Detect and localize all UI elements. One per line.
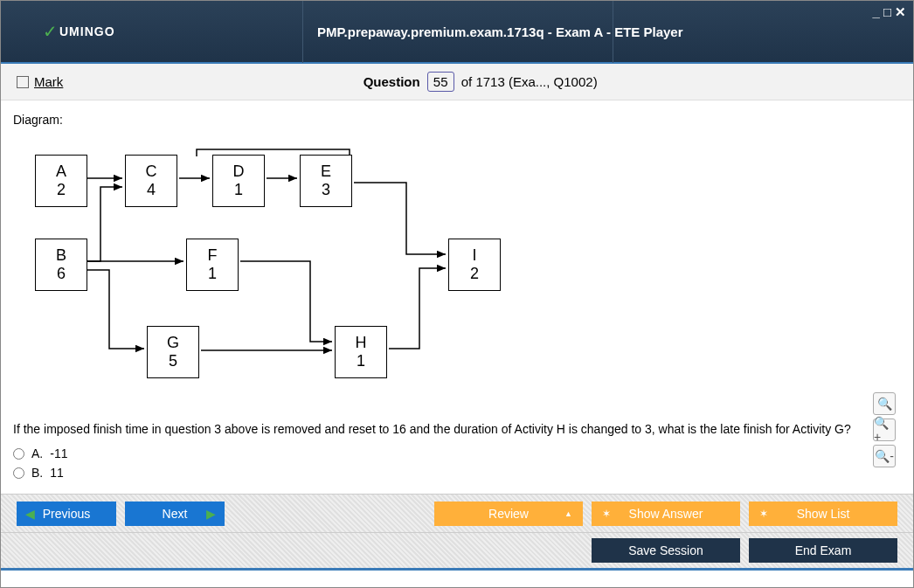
review-button[interactable]: Review▲ bbox=[434, 502, 583, 526]
content-area: Diagram: A2 C4 D1 E3 B6 F1 I2 G5 H1 If t… bbox=[1, 100, 913, 494]
magnify-icon[interactable]: 🔍 bbox=[873, 392, 896, 415]
question-word: Question bbox=[364, 74, 420, 89]
zoom-tools: 🔍 🔍+ 🔍- bbox=[873, 392, 896, 467]
window-title: PMP.prepaway.premium.exam.1713q - Exam A… bbox=[317, 24, 683, 39]
titlebar-divider bbox=[302, 0, 303, 63]
diagram-label: Diagram: bbox=[13, 113, 901, 127]
option-b[interactable]: B. 11 bbox=[13, 466, 901, 480]
option-b-text: 11 bbox=[50, 466, 64, 480]
node-c: C4 bbox=[125, 155, 177, 207]
next-button[interactable]: Next▶ bbox=[125, 502, 225, 526]
chevron-left-icon: ◀ bbox=[25, 507, 35, 521]
check-icon: ✓ bbox=[43, 21, 58, 42]
zoom-in-icon[interactable]: 🔍+ bbox=[873, 419, 896, 441]
maximize-icon[interactable]: □ bbox=[883, 4, 891, 20]
node-e: E3 bbox=[300, 155, 352, 207]
node-g: G5 bbox=[147, 326, 199, 378]
node-a: A2 bbox=[35, 155, 87, 207]
brand-text: UMINGO bbox=[59, 24, 115, 38]
end-bar: Save Session End Exam bbox=[1, 532, 913, 571]
option-b-letter: B. bbox=[31, 466, 43, 480]
question-indicator: Question 55 of 1713 (Exa..., Q1002) bbox=[63, 74, 897, 89]
option-a-text: -11 bbox=[50, 446, 67, 460]
option-b-radio[interactable] bbox=[13, 467, 24, 479]
node-h: H1 bbox=[335, 326, 387, 378]
window-controls: _ □ ✕ bbox=[873, 4, 906, 20]
chevron-right-icon: ▶ bbox=[206, 507, 216, 521]
titlebar: ✓ UMINGO PMP.prepaway.premium.exam.1713q… bbox=[1, 1, 913, 64]
mark-checkbox[interactable] bbox=[17, 76, 29, 88]
question-text: If the imposed finish time in question 3… bbox=[13, 422, 901, 436]
minimize-icon[interactable]: _ bbox=[873, 4, 880, 20]
question-total: of 1713 (Exa..., Q1002) bbox=[461, 74, 598, 89]
node-f: F1 bbox=[186, 239, 239, 291]
node-b: B6 bbox=[35, 239, 87, 291]
save-session-button[interactable]: Save Session bbox=[592, 538, 740, 563]
option-a-radio[interactable] bbox=[13, 448, 24, 460]
node-d: D1 bbox=[212, 155, 265, 207]
zoom-out-icon[interactable]: 🔍- bbox=[873, 445, 896, 467]
logo: ✓ UMINGO bbox=[43, 21, 115, 42]
star-icon: ✶ bbox=[759, 508, 768, 520]
close-icon[interactable]: ✕ bbox=[895, 4, 906, 20]
nav-bar: ◀Previous Next▶ Review▲ ✶Show Answer ✶Sh… bbox=[1, 494, 913, 532]
mark-label[interactable]: Mark bbox=[34, 74, 63, 89]
network-diagram: A2 C4 D1 E3 B6 F1 I2 G5 H1 bbox=[13, 148, 901, 401]
star-icon: ✶ bbox=[602, 508, 611, 520]
previous-button[interactable]: ◀Previous bbox=[17, 502, 116, 526]
node-i: I2 bbox=[448, 239, 501, 291]
triangle-up-icon: ▲ bbox=[564, 509, 572, 518]
option-a-letter: A. bbox=[31, 446, 43, 460]
show-list-button[interactable]: ✶Show List bbox=[749, 502, 897, 526]
question-number[interactable]: 55 bbox=[427, 72, 454, 92]
show-answer-button[interactable]: ✶Show Answer bbox=[592, 502, 740, 526]
question-bar: Mark Question 55 of 1713 (Exa..., Q1002) bbox=[1, 64, 913, 100]
end-exam-button[interactable]: End Exam bbox=[749, 538, 897, 563]
option-a[interactable]: A. -11 bbox=[13, 446, 901, 460]
